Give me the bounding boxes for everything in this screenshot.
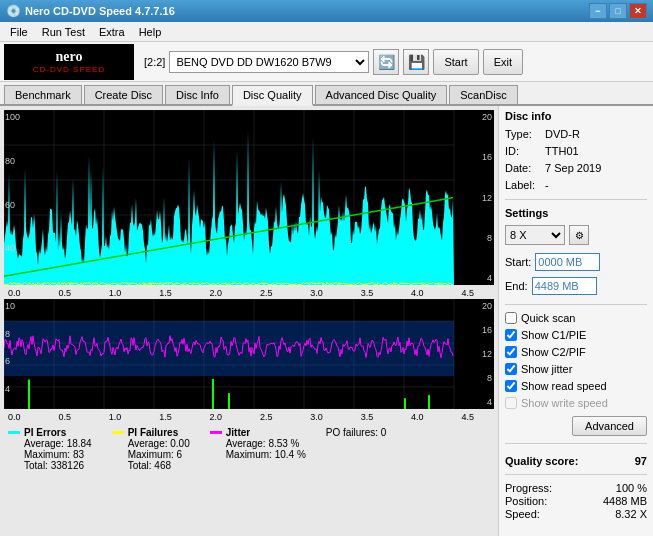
pi-errors-total: 338126 <box>51 460 84 471</box>
start-button[interactable]: Start <box>433 49 478 75</box>
nero-sub-text: CD-DVD SPEED <box>33 65 105 74</box>
jitter-color <box>210 431 222 434</box>
tab-bar: Benchmark Create Disc Disc Info Disc Qua… <box>0 82 653 106</box>
settings-icon[interactable]: ⚙ <box>569 225 589 245</box>
divider-1 <box>505 199 647 200</box>
speed-selector[interactable]: 8 X <box>505 225 565 245</box>
quick-scan-checkbox[interactable] <box>505 312 517 324</box>
speed-value-2: 8.32 X <box>615 508 647 520</box>
menu-extra[interactable]: Extra <box>93 24 131 40</box>
speed-label: Speed: <box>505 508 540 520</box>
top-y-axis: 20 16 12 8 4 <box>474 110 494 285</box>
toolbar: nero CD-DVD SPEED [2:2] BENQ DVD DD DW16… <box>0 42 653 82</box>
main-content: 20 16 12 8 4 0.0 0.5 1.0 1.5 2.0 2.5 3.0… <box>0 106 653 536</box>
pi-errors-avg: 18.84 <box>67 438 92 449</box>
id-label: ID: <box>505 145 541 157</box>
bottom-chart: 20 16 12 8 4 <box>4 299 494 409</box>
title-icon: 💿 <box>6 4 21 18</box>
progress-value: 100 % <box>616 482 647 494</box>
advanced-button[interactable]: Advanced <box>572 416 647 436</box>
date-label: Date: <box>505 162 541 174</box>
show-c1pie-label: Show C1/PIE <box>521 329 586 341</box>
show-c1pie-row: Show C1/PIE <box>505 329 647 341</box>
id-value: TTH01 <box>545 145 579 157</box>
pi-failures-max: 6 <box>177 449 183 460</box>
pi-failures-color <box>112 431 124 434</box>
disc-info-title: Disc info <box>505 110 647 122</box>
bottom-chart-canvas <box>4 299 474 409</box>
show-read-speed-label: Show read speed <box>521 380 607 392</box>
position-label: Position: <box>505 495 547 507</box>
po-failures-value: 0 <box>381 427 387 438</box>
legend-area: PI Errors Average: 18.84 Maximum: 83 Tot… <box>4 423 494 473</box>
speed-row-2: Speed: 8.32 X <box>505 508 647 520</box>
chart-area: 20 16 12 8 4 0.0 0.5 1.0 1.5 2.0 2.5 3.0… <box>0 106 498 536</box>
quality-score-label: Quality score: <box>505 455 578 467</box>
tab-benchmark[interactable]: Benchmark <box>4 85 82 104</box>
minimize-button[interactable]: − <box>589 3 607 19</box>
divider-4 <box>505 474 647 475</box>
legend-po-failures: PO failures: 0 <box>326 427 387 471</box>
type-label: Type: <box>505 128 541 140</box>
legend-pi-failures: PI Failures Average: 0.00 Maximum: 6 Tot… <box>112 427 190 471</box>
top-chart: 20 16 12 8 4 <box>4 110 494 285</box>
drive-selector[interactable]: BENQ DVD DD DW1620 B7W9 <box>169 51 369 73</box>
right-panel: Disc info Type: DVD-R ID: TTH01 Date: 7 … <box>498 106 653 536</box>
top-x-axis: 0.0 0.5 1.0 1.5 2.0 2.5 3.0 3.5 4.0 4.5 <box>4 287 494 299</box>
label-label: Label: <box>505 179 541 191</box>
menu-file[interactable]: File <box>4 24 34 40</box>
speed-row: 8 X ⚙ <box>505 225 647 245</box>
legend-pi-errors: PI Errors Average: 18.84 Maximum: 83 Tot… <box>8 427 92 471</box>
show-read-speed-checkbox[interactable] <box>505 380 517 392</box>
end-label: End: <box>505 280 528 292</box>
tab-advanced-disc-quality[interactable]: Advanced Disc Quality <box>315 85 448 104</box>
menu-runtest[interactable]: Run Test <box>36 24 91 40</box>
end-input[interactable] <box>532 277 597 295</box>
pi-failures-avg: 0.00 <box>170 438 189 449</box>
pi-errors-label: PI Errors <box>24 427 66 438</box>
exit-button[interactable]: Exit <box>483 49 523 75</box>
title-text: Nero CD-DVD Speed 4.7.7.16 <box>25 5 175 17</box>
end-row: End: <box>505 277 647 295</box>
show-c2pif-label: Show C2/PIF <box>521 346 586 358</box>
show-write-speed-row: Show write speed <box>505 397 647 409</box>
bottom-x-axis: 0.0 0.5 1.0 1.5 2.0 2.5 3.0 3.5 4.0 4.5 <box>4 411 494 423</box>
save-icon[interactable]: 💾 <box>403 49 429 75</box>
close-button[interactable]: ✕ <box>629 3 647 19</box>
tab-disc-info[interactable]: Disc Info <box>165 85 230 104</box>
disc-type-row: Type: DVD-R <box>505 128 647 140</box>
refresh-icon[interactable]: 🔄 <box>373 49 399 75</box>
pi-failures-label: PI Failures <box>128 427 179 438</box>
pi-errors-color <box>8 431 20 434</box>
show-jitter-label: Show jitter <box>521 363 572 375</box>
quick-scan-label: Quick scan <box>521 312 575 324</box>
show-read-speed-row: Show read speed <box>505 380 647 392</box>
drive-label: [2:2] <box>144 56 165 68</box>
tab-disc-quality[interactable]: Disc Quality <box>232 85 313 106</box>
tab-scan-disc[interactable]: ScanDisc <box>449 85 517 104</box>
pi-failures-total: 468 <box>154 460 171 471</box>
show-c1pie-checkbox[interactable] <box>505 329 517 341</box>
pi-errors-max: 83 <box>73 449 84 460</box>
disc-id-row: ID: TTH01 <box>505 145 647 157</box>
title-bar: 💿 Nero CD-DVD Speed 4.7.7.16 − □ ✕ <box>0 0 653 22</box>
tab-create-disc[interactable]: Create Disc <box>84 85 163 104</box>
jitter-max: 10.4 % <box>275 449 306 460</box>
start-row: Start: 0000 MB <box>505 253 647 271</box>
start-input[interactable]: 0000 MB <box>535 253 600 271</box>
quality-score-value: 97 <box>635 455 647 467</box>
position-value: 4488 MB <box>603 495 647 507</box>
jitter-avg: 8.53 % <box>268 438 299 449</box>
show-c2pif-checkbox[interactable] <box>505 346 517 358</box>
menu-bar: File Run Test Extra Help <box>0 22 653 42</box>
show-write-speed-checkbox[interactable] <box>505 397 517 409</box>
nero-logo: nero CD-DVD SPEED <box>4 44 134 80</box>
top-chart-canvas <box>4 110 474 285</box>
maximize-button[interactable]: □ <box>609 3 627 19</box>
show-jitter-checkbox[interactable] <box>505 363 517 375</box>
divider-2 <box>505 304 647 305</box>
bottom-y-axis: 20 16 12 8 4 <box>474 299 494 409</box>
progress-section: Progress: 100 % Position: 4488 MB Speed:… <box>505 482 647 521</box>
menu-help[interactable]: Help <box>133 24 168 40</box>
progress-row: Progress: 100 % <box>505 482 647 494</box>
